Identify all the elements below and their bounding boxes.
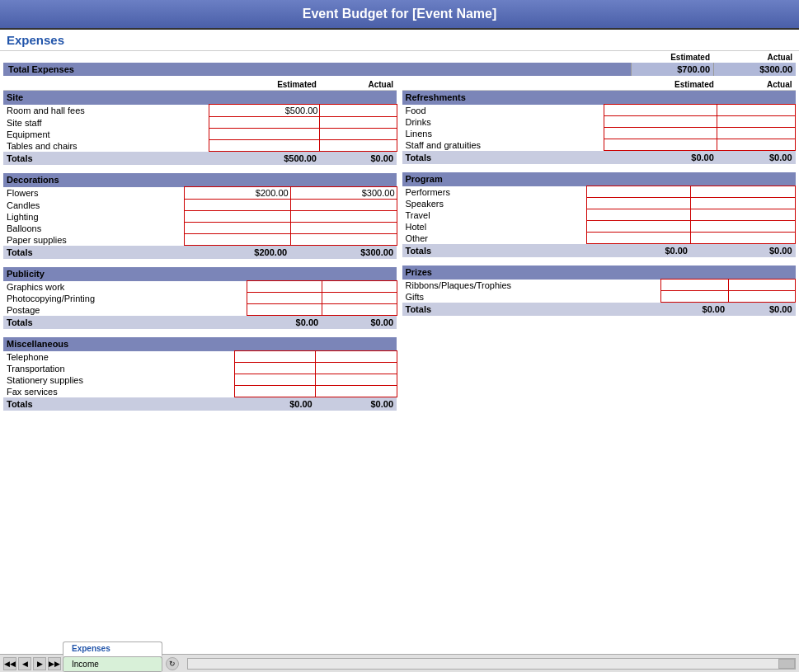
section-header-miscellaneous: Miscellaneous: [3, 337, 397, 351]
estimated-input[interactable]: [247, 304, 322, 316]
total-expenses-actual: $300.00: [713, 63, 796, 76]
actual-input[interactable]: [316, 386, 397, 397]
estimated-input[interactable]: [184, 200, 290, 211]
actual-header-main: Actual: [713, 53, 796, 62]
totals-row-publicity: Totals$0.00$0.00: [3, 316, 397, 330]
actual-input[interactable]: [290, 223, 397, 234]
totals-row-prizes: Totals$0.00$0.00: [402, 303, 796, 317]
actual-input[interactable]: [728, 280, 795, 291]
col-header-estimated: Estimated: [604, 79, 717, 91]
actual-input[interactable]: [691, 221, 796, 233]
table-row: Drinks: [402, 116, 796, 128]
tab-income[interactable]: Income: [63, 656, 162, 671]
actual-input[interactable]: [316, 374, 397, 386]
actual-input[interactable]: [290, 211, 397, 223]
actual-input[interactable]: [728, 291, 795, 303]
estimated-input[interactable]: [184, 223, 290, 234]
table-row: Transportation: [3, 363, 397, 374]
estimated-input[interactable]: [586, 209, 691, 221]
actual-input[interactable]: [717, 105, 796, 116]
estimated-input[interactable]: [184, 234, 290, 246]
section-table-site: EstimatedActualSiteRoom and hall fees$50…: [3, 79, 397, 165]
expenses-header: Expenses: [0, 30, 799, 51]
actual-input[interactable]: [717, 116, 796, 128]
actual-input[interactable]: [691, 198, 796, 209]
section-table-publicity: EstimatedActualPublicityGraphics workPho…: [3, 267, 397, 329]
estimated-input[interactable]: [235, 351, 316, 363]
tab-nav-last[interactable]: ▶▶: [48, 657, 61, 670]
tab-expenses[interactable]: Expenses: [63, 641, 162, 656]
estimated-input[interactable]: [586, 198, 691, 209]
scrollbar-thumb[interactable]: [778, 659, 795, 669]
scrollbar-area[interactable]: [187, 658, 796, 670]
actual-input[interactable]: [717, 139, 796, 151]
page-title: Event Budget for [Event Name]: [303, 7, 497, 21]
tab-refresh-icon[interactable]: ↻: [166, 657, 179, 670]
section-table-miscellaneous: EstimatedActualMiscellaneousTelephoneTra…: [3, 337, 397, 411]
sections-container: EstimatedActualSiteRoom and hall fees$50…: [3, 79, 796, 419]
estimated-input[interactable]: [209, 140, 320, 152]
estimated-input[interactable]: [184, 211, 290, 223]
totals-row-miscellaneous: Totals$0.00$0.00: [3, 397, 397, 411]
table-row: Performers: [402, 186, 796, 198]
table-row: Other: [402, 233, 796, 244]
actual-input[interactable]: $300.00: [290, 187, 397, 200]
estimated-input[interactable]: $200.00: [184, 187, 290, 200]
estimated-input[interactable]: [209, 129, 320, 140]
actual-input[interactable]: [290, 200, 397, 211]
estimated-input[interactable]: [586, 233, 691, 244]
table-row: Stationery supplies: [3, 374, 397, 386]
col-header-actual: Actual: [320, 79, 397, 91]
section-table-program: EstimatedActualProgramPerformersSpeakers…: [402, 172, 797, 257]
total-expenses-estimated: $700.00: [631, 63, 713, 76]
actual-input[interactable]: [691, 233, 796, 244]
table-row: Ribbons/Plaques/Trophies: [402, 280, 796, 291]
actual-input[interactable]: [691, 186, 796, 198]
actual-input[interactable]: [320, 105, 397, 117]
table-row: Speakers: [402, 198, 796, 209]
col-header-estimated: Estimated: [209, 79, 320, 91]
tab-nav-prev[interactable]: ◀: [18, 657, 31, 670]
estimated-header-main: Estimated: [631, 53, 713, 62]
estimated-input[interactable]: [604, 105, 717, 116]
actual-input[interactable]: [316, 351, 397, 363]
totals-row-site: Totals$500.00$0.00: [3, 152, 397, 166]
estimated-input[interactable]: [235, 363, 316, 374]
total-expenses-label: Total Expenses: [3, 63, 631, 76]
actual-input[interactable]: [691, 209, 796, 221]
actual-input[interactable]: [322, 281, 397, 293]
table-row: Equipment: [3, 129, 397, 140]
total-expenses-bar: Total Expenses $700.00 $300.00: [3, 63, 796, 76]
right-column: EstimatedActualRefreshmentsFoodDrinksLin…: [402, 79, 797, 419]
actual-input[interactable]: [320, 129, 397, 140]
table-row: Photocopying/Printing: [3, 293, 397, 304]
actual-input[interactable]: [320, 140, 397, 152]
actual-input[interactable]: [322, 293, 397, 304]
estimated-input[interactable]: [604, 128, 717, 139]
estimated-input[interactable]: [661, 280, 728, 291]
estimated-input[interactable]: [586, 221, 691, 233]
left-column: EstimatedActualSiteRoom and hall fees$50…: [3, 79, 397, 419]
estimated-input[interactable]: [661, 291, 728, 303]
actual-input[interactable]: [322, 304, 397, 316]
estimated-input[interactable]: [235, 386, 316, 397]
table-row: Food: [402, 105, 796, 116]
table-row: Hotel: [402, 221, 796, 233]
actual-input[interactable]: [316, 363, 397, 374]
section-header-refreshments: Refreshments: [402, 91, 796, 105]
estimated-input[interactable]: [235, 374, 316, 386]
actual-input[interactable]: [320, 117, 397, 129]
actual-input[interactable]: [717, 128, 796, 139]
table-row: Room and hall fees$500.00: [3, 105, 397, 117]
tab-nav-first[interactable]: ◀◀: [3, 657, 16, 670]
tab-nav-next[interactable]: ▶: [33, 657, 46, 670]
section-table-refreshments: EstimatedActualRefreshmentsFoodDrinksLin…: [402, 79, 797, 164]
estimated-input[interactable]: [604, 139, 717, 151]
estimated-input[interactable]: [604, 116, 717, 128]
estimated-input[interactable]: [586, 186, 691, 198]
estimated-input[interactable]: [247, 281, 322, 293]
estimated-input[interactable]: $500.00: [209, 105, 320, 117]
actual-input[interactable]: [290, 234, 397, 246]
estimated-input[interactable]: [247, 293, 322, 304]
estimated-input[interactable]: [209, 117, 320, 129]
